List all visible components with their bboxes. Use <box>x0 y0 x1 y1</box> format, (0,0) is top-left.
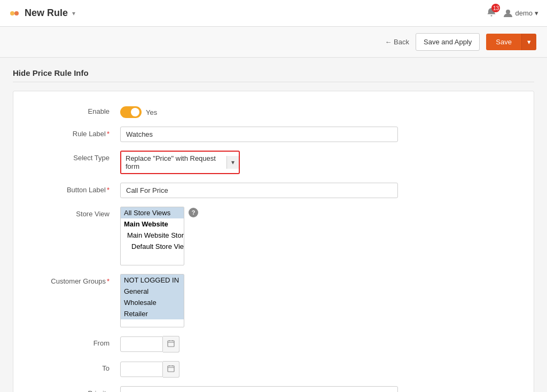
save-dropdown-button[interactable]: ▾ <box>521 34 536 50</box>
button-label-required: * <box>107 186 110 194</box>
back-button[interactable]: ← Back <box>385 38 409 46</box>
rule-label-row: Rule Label* <box>13 127 534 142</box>
from-control <box>120 336 398 352</box>
store-view-label: Store View <box>24 207 120 218</box>
button-label-input[interactable] <box>120 183 398 198</box>
user-menu[interactable]: demo ▾ <box>503 9 538 18</box>
store-view-row: Store View All Store Views Main Website … <box>13 207 534 265</box>
customer-groups-control: NOT LOGGED IN General Wholesale Retailer <box>120 274 398 327</box>
calendar-icon <box>167 340 175 347</box>
select-type-dropdown[interactable]: Replace "Price" with Request form ▾ <box>120 151 240 174</box>
customer-groups-label: Customer Groups* <box>24 274 120 285</box>
enable-control: Yes <box>120 104 398 118</box>
to-date-wrap <box>120 361 398 378</box>
priority-label: Priority <box>24 386 120 392</box>
button-label-row: Button Label* <box>13 183 534 198</box>
to-row: To <box>13 361 534 378</box>
select-type-row: Select Type Replace "Price" with Request… <box>13 151 534 174</box>
notification-bell[interactable]: 13 <box>486 7 497 19</box>
action-bar: ← Back Save and Apply Save ▾ <box>0 27 547 58</box>
to-date-picker-button[interactable] <box>163 361 179 378</box>
rule-label-required: * <box>107 130 110 138</box>
rule-label-input[interactable] <box>120 127 398 142</box>
select-type-label: Select Type <box>24 151 120 162</box>
customer-groups-listbox[interactable]: NOT LOGGED IN General Wholesale Retailer <box>120 274 184 327</box>
button-label-label: Button Label* <box>24 183 120 194</box>
from-date-wrap <box>120 336 398 352</box>
priority-control: Rule with lower value will be applied fi… <box>120 386 398 392</box>
priority-input[interactable] <box>120 386 398 392</box>
topbar-right: 13 demo ▾ <box>486 7 538 19</box>
enable-value: Yes <box>146 108 157 116</box>
to-label: To <box>24 361 120 372</box>
title-dropdown-arrow[interactable]: ▾ <box>72 10 75 17</box>
button-label-control <box>120 183 398 198</box>
svg-point-3 <box>506 10 510 14</box>
app-logo <box>9 7 20 19</box>
logo-icon <box>9 7 20 19</box>
save-button-group: Save ▾ <box>486 34 536 50</box>
page-title: New Rule <box>25 7 68 19</box>
select-type-value: Replace "Price" with Request form <box>121 152 226 173</box>
from-date-picker-button[interactable] <box>163 336 179 352</box>
svg-rect-2 <box>491 15 493 17</box>
store-view-listbox[interactable]: All Store Views Main Website Main Websit… <box>120 207 184 265</box>
store-view-help-icon[interactable]: ? <box>189 208 198 217</box>
save-button[interactable]: Save <box>486 34 521 50</box>
customer-groups-required: * <box>107 277 110 285</box>
save-and-apply-button[interactable]: Save and Apply <box>416 33 480 51</box>
select-type-arrow-btn[interactable]: ▾ <box>226 156 239 169</box>
topbar-left: New Rule ▾ <box>9 7 75 19</box>
svg-rect-8 <box>168 366 174 372</box>
store-view-control: All Store Views Main Website Main Websit… <box>120 207 398 265</box>
from-date-input[interactable] <box>120 336 163 352</box>
rule-label-control <box>120 127 398 142</box>
to-date-input[interactable] <box>120 362 163 377</box>
user-dropdown-arrow: ▾ <box>535 9 538 17</box>
from-row: From <box>13 336 534 352</box>
user-label: demo <box>515 9 533 17</box>
select-type-inner: Replace "Price" with Request form ▾ <box>121 152 239 173</box>
svg-point-0 <box>10 11 14 15</box>
save-dropdown-arrow: ▾ <box>527 38 531 46</box>
enable-label: Enable <box>24 104 120 115</box>
customer-groups-row: Customer Groups* NOT LOGGED IN General W… <box>13 274 534 327</box>
user-icon <box>503 9 513 18</box>
notification-count: 13 <box>491 4 500 12</box>
priority-row: Priority Rule with lower value will be a… <box>13 386 534 392</box>
calendar-icon-2 <box>167 365 175 372</box>
enable-toggle-wrap: Yes <box>120 104 398 118</box>
form-card: Enable Yes Rule Label* Sele <box>13 91 534 392</box>
store-view-wrap: All Store Views Main Website Main Websit… <box>120 207 398 265</box>
svg-point-1 <box>14 11 19 15</box>
from-label: From <box>24 336 120 347</box>
select-type-control: Replace "Price" with Request form ▾ <box>120 151 398 174</box>
section-title: Hide Price Rule Info <box>13 68 534 82</box>
main-content: Hide Price Rule Info Enable Yes Rule Lab… <box>0 58 547 392</box>
rule-label-label: Rule Label* <box>24 127 120 138</box>
svg-rect-4 <box>168 341 174 347</box>
toggle-slider <box>120 106 142 118</box>
enable-row: Enable Yes <box>13 104 534 118</box>
to-control <box>120 361 398 378</box>
enable-toggle[interactable] <box>120 106 142 118</box>
topbar: New Rule ▾ 13 demo ▾ <box>0 0 547 27</box>
